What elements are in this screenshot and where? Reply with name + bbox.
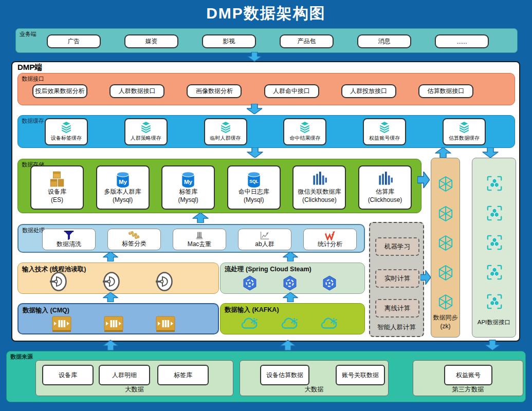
data-sync-column: 数据同步 (zk)	[431, 158, 460, 338]
data-storage-layer: 数据存储 设备库 (ES) 多版本人群库 (Mysql) 标签库 (Mysql)	[17, 159, 421, 213]
storage-node-tech: (Clickhouse)	[302, 196, 337, 204]
kafka-cloud-icon	[281, 316, 299, 331]
kafka-input-label: 数据输入 (KAFKA)	[225, 306, 279, 314]
data-processing-label: 数据处理	[22, 227, 45, 234]
data-source-label: 数据来源	[10, 353, 33, 361]
sync-cube-icon	[438, 206, 453, 222]
cache-layers-icon	[298, 122, 311, 134]
dmp-architecture-diagram: DMP数据架构图 业务端 广告 媒资 影视 产品包 消息 ...... DMP端…	[0, 0, 532, 411]
sync-cube-icon	[438, 235, 453, 251]
storage-node-tech: (Mysql)	[178, 196, 198, 204]
cache-layers-icon	[139, 122, 153, 134]
flow-arrow-up-icon	[283, 292, 298, 302]
processing-node: 数据清洗	[57, 240, 81, 249]
thread-pool-icon	[49, 271, 67, 292]
data-sync-label: 数据同步	[431, 313, 460, 322]
business-layer: 业务端 广告 媒资 影视 产品包 消息 ......	[15, 28, 518, 53]
source-group-bigdata-2: 设备估算数据 账号关联数据 大数据	[240, 360, 389, 396]
data-source-layer: 数据来源 设备库 人群明细 标签库 大数据 设备估算数据 账号关联数据 大数据 …	[6, 351, 526, 402]
flow-arrow-up-icon	[280, 339, 296, 351]
smart-compute-box: 机器学习 实时计算 离线计算 智能人群计算	[369, 222, 424, 337]
flow-arrow-up-icon	[103, 252, 118, 261]
processing-node: 标签分类	[122, 240, 146, 248]
cache-layers-icon	[60, 122, 73, 134]
api-interface-label: API数据接口	[472, 319, 516, 326]
thread-pool-icon	[155, 271, 173, 292]
storage-node-name: 设备库	[48, 188, 66, 196]
source-node: 标签库	[157, 365, 209, 385]
source-group-label: 第三方数据	[413, 385, 523, 394]
message-queue-icon	[104, 316, 123, 332]
interface-node: 人群数据接口	[109, 84, 164, 98]
mysql-db-icon	[179, 171, 197, 188]
storage-node-tech: (Clickhouse)	[368, 196, 402, 204]
business-node: 广告	[47, 34, 101, 48]
business-node: 媒资	[124, 34, 178, 48]
interface-node: 画像数据分析	[187, 84, 242, 98]
interface-node: 投后效果数据分析	[32, 84, 87, 98]
cache-layers-icon	[378, 122, 391, 134]
flow-arrow-up-icon	[192, 213, 209, 223]
dataflow-hexagon-icon	[322, 275, 337, 291]
business-node: 影视	[202, 34, 256, 48]
cmq-input-box: 数据输入 (CMQ)	[17, 303, 219, 334]
data-cache-layer: 数据缓存 设备标签缓存 人群策略缓存 临时人群缓存 命中结果缓存 权益账号缓存 …	[17, 115, 515, 148]
cache-node: 设备标签缓存	[51, 135, 82, 142]
kafka-cloud-icon	[321, 316, 338, 331]
message-queue-icon	[156, 316, 175, 332]
dedup-columns-icon	[194, 231, 205, 240]
interface-node: 人群投放接口	[341, 84, 396, 98]
api-interface-column: API数据接口	[472, 158, 516, 338]
flow-arrow-up-icon	[435, 147, 451, 158]
cache-node: 临时人群缓存	[210, 135, 241, 142]
business-layer-label: 业务端	[20, 30, 36, 38]
flow-arrow-down-icon	[247, 147, 263, 158]
storage-node-tech: (ES)	[51, 196, 63, 204]
line-chart-icon	[259, 231, 271, 240]
business-node: ......	[435, 34, 489, 48]
storage-node-name: 估算库	[376, 188, 394, 196]
source-group-bigdata-1: 设备库 人群明细 标签库 大数据	[35, 360, 233, 396]
flow-arrow-down-icon	[482, 147, 499, 158]
flow-arrow-up-icon	[283, 252, 298, 261]
sync-cube-icon	[438, 265, 453, 281]
stats-w-icon	[324, 231, 336, 240]
source-node: 账号关联数据	[336, 365, 385, 385]
dmp-container-label: DMP端	[17, 63, 42, 72]
processing-node: ab人群	[255, 240, 274, 249]
dataflow-hexagon-icon	[243, 275, 257, 291]
data-sync-sublabel: (zk)	[431, 323, 460, 330]
flow-arrow-down-icon	[485, 339, 500, 351]
source-node: 设备库	[42, 365, 94, 385]
source-group-label: 大数据	[36, 385, 233, 394]
flow-arrow-right-icon	[420, 269, 431, 286]
flow-arrow-down-icon	[247, 52, 262, 62]
mysql-db-icon	[114, 171, 132, 188]
source-node: 设备估算数据	[260, 365, 309, 385]
cache-layers-icon	[457, 122, 471, 134]
api-scan-icon	[486, 234, 503, 251]
api-scan-icon	[486, 293, 503, 310]
api-scan-icon	[486, 205, 503, 221]
stream-processing-label: 流处理 (Spring Cloud Steam)	[225, 265, 311, 274]
kafka-cloud-icon	[241, 316, 259, 331]
cache-node: 人群策略缓存	[131, 135, 161, 142]
kafka-input-box: 数据输入 (KAFKA)	[220, 303, 365, 334]
smart-compute-label: 智能人群计算	[370, 323, 423, 332]
cache-layers-icon	[219, 122, 232, 134]
data-processing-layer: 数据处理 数据清洗 标签分类 Mac去重 ab人群	[17, 224, 365, 253]
thread-pool-icon	[102, 271, 120, 292]
dataflow-hexagon-icon	[283, 275, 297, 291]
flow-arrow-up-icon	[103, 339, 118, 351]
interface-node: 人群命中接口	[264, 84, 319, 98]
api-scan-icon	[486, 175, 503, 192]
cmq-input-label: 数据输入 (CMQ)	[23, 306, 69, 315]
page-title: DMP数据架构图	[0, 3, 532, 24]
tags-icon	[127, 231, 141, 240]
sync-cube-icon	[438, 176, 453, 192]
cache-node: 估算数据缓存	[449, 135, 480, 142]
data-cache-label: 数据缓存	[22, 117, 44, 125]
storage-node-name: 微信关联数据库	[298, 188, 341, 196]
source-node: 权益账号	[444, 365, 492, 385]
source-group-label: 大数据	[240, 385, 388, 394]
